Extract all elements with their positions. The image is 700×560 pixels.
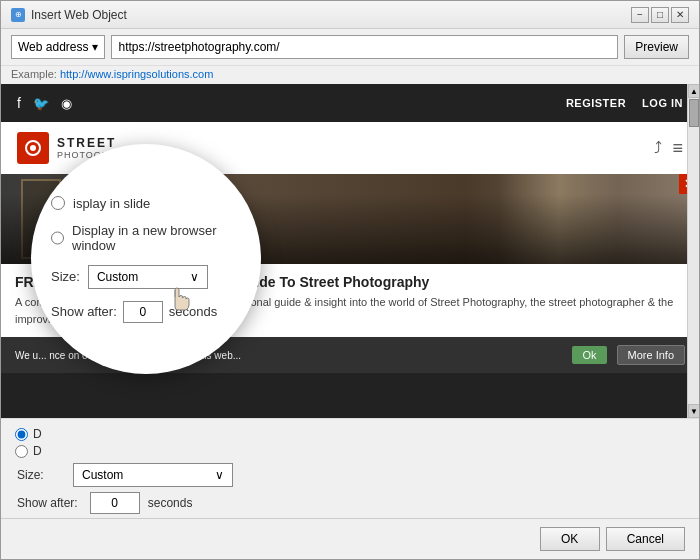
- size-dropdown-arrow: ∨: [215, 468, 224, 482]
- close-button[interactable]: ✕: [671, 7, 689, 23]
- popup-show-label: Show after:: [51, 304, 117, 319]
- size-dropdown-value: Custom: [82, 468, 123, 482]
- setting-radio2[interactable]: [15, 445, 28, 458]
- address-type-dropdown[interactable]: Web address ▾: [11, 35, 105, 59]
- display-new-window-radio[interactable]: [51, 231, 64, 245]
- display-in-slide-radio[interactable]: [51, 196, 65, 210]
- web-preview: f 🐦 ◉ REGISTER LOG IN STREET: [1, 84, 699, 418]
- social-icons: f 🐦 ◉: [17, 95, 72, 111]
- maximize-button[interactable]: □: [651, 7, 669, 23]
- login-link[interactable]: LOG IN: [642, 97, 683, 109]
- display-in-slide-label: isplay in slide: [73, 196, 150, 211]
- size-row: Size: Custom ∨: [17, 463, 685, 487]
- setting-radio1[interactable]: [15, 428, 28, 441]
- dialog-window: ⊕ Insert Web Object − □ ✕ Web address ▾ …: [0, 0, 700, 560]
- address-type-label: Web address: [18, 40, 88, 54]
- scroll-down-arrow[interactable]: ▼: [688, 404, 699, 418]
- show-after-label: Show after:: [17, 496, 78, 510]
- minimize-button[interactable]: −: [631, 7, 649, 23]
- popup-size-row: Size: Custom ∨: [51, 265, 241, 289]
- popup-show-after-row: Show after: seconds: [51, 301, 217, 323]
- facebook-icon[interactable]: f: [17, 95, 21, 111]
- example-label: Example:: [11, 68, 57, 80]
- popup-size-label: Size:: [51, 269, 80, 284]
- logo-icon: [17, 132, 49, 164]
- title-bar-left: ⊕ Insert Web Object: [11, 8, 127, 22]
- cancel-button[interactable]: Cancel: [606, 527, 685, 551]
- scroll-up-arrow[interactable]: ▲: [688, 84, 699, 98]
- insert-web-icon: ⊕: [11, 8, 25, 22]
- website-header: f 🐦 ◉ REGISTER LOG IN: [1, 84, 699, 122]
- circle-popup: isplay in slide Display in a new browser…: [31, 144, 261, 374]
- settings-panel: D D Size: Custom ∨ Show after: seconds: [1, 418, 699, 518]
- display-in-slide-option[interactable]: isplay in slide: [51, 196, 150, 211]
- setting-option1-label: D: [33, 427, 42, 441]
- preview-button[interactable]: Preview: [624, 35, 689, 59]
- example-bar: Example: http://www.ispringsolutions.com: [1, 66, 699, 84]
- instagram-icon[interactable]: ◉: [61, 96, 72, 111]
- logo-actions: ⤴ ≡: [654, 138, 683, 159]
- share-icon[interactable]: ⤴: [654, 139, 662, 157]
- settings-radio-row: D D: [15, 427, 685, 458]
- svg-point-1: [30, 145, 36, 151]
- popup-size-dropdown[interactable]: Custom ∨: [88, 265, 208, 289]
- popup-size-arrow-icon: ∨: [190, 270, 199, 284]
- show-after-input[interactable]: [90, 492, 140, 514]
- popup-seconds-input[interactable]: [123, 301, 163, 323]
- dialog-title: Insert Web Object: [31, 8, 127, 22]
- size-dropdown[interactable]: Custom ∨: [73, 463, 233, 487]
- cookie-more-button[interactable]: More Info: [617, 345, 685, 365]
- title-bar: ⊕ Insert Web Object − □ ✕: [1, 1, 699, 29]
- popup-size-value: Custom: [97, 270, 138, 284]
- cookie-ok-button[interactable]: Ok: [572, 346, 606, 364]
- circle-popup-content: isplay in slide Display in a new browser…: [31, 176, 261, 343]
- display-radio-group: D D: [15, 427, 42, 458]
- url-input[interactable]: [111, 35, 618, 59]
- title-bar-controls: − □ ✕: [631, 7, 689, 23]
- size-label: Size:: [17, 468, 67, 482]
- dialog-footer: OK Cancel: [1, 518, 699, 559]
- show-after-row: Show after: seconds: [17, 492, 685, 514]
- dropdown-arrow-icon: ▾: [92, 40, 98, 54]
- nav-links: REGISTER LOG IN: [566, 97, 683, 109]
- setting-option2-label: D: [33, 444, 42, 458]
- url-bar: Web address ▾ Preview: [1, 29, 699, 66]
- example-link[interactable]: http://www.ispringsolutions.com: [60, 68, 213, 80]
- scrollbar[interactable]: ▲ ▼: [687, 84, 699, 418]
- ok-button[interactable]: OK: [540, 527, 600, 551]
- setting-display-option1[interactable]: D: [15, 427, 42, 441]
- setting-display-option2[interactable]: D: [15, 444, 42, 458]
- display-new-window-label: Display in a new browser window: [72, 223, 241, 253]
- seconds-label: seconds: [148, 496, 193, 510]
- scroll-thumb[interactable]: [689, 99, 699, 127]
- register-link[interactable]: REGISTER: [566, 97, 626, 109]
- popup-seconds-label: seconds: [169, 304, 217, 319]
- menu-icon[interactable]: ≡: [672, 138, 683, 159]
- display-new-window-option[interactable]: Display in a new browser window: [51, 223, 241, 253]
- twitter-icon[interactable]: 🐦: [33, 96, 49, 111]
